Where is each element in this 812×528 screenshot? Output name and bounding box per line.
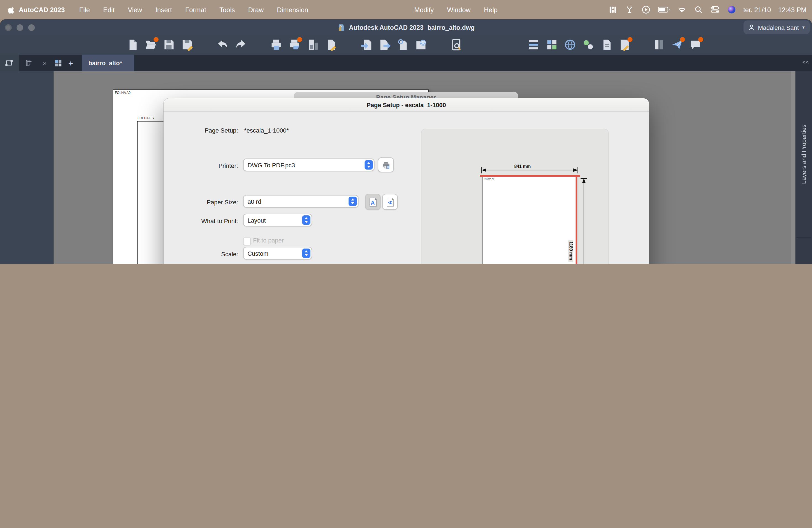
apple-menu-icon[interactable] xyxy=(8,5,15,14)
paper-size-select[interactable]: a0 rd xyxy=(243,195,359,208)
printer-label: Printer: xyxy=(183,162,238,169)
drawing-tab-bar: » + bairro_alto* << xyxy=(0,55,812,71)
menu-draw[interactable]: Draw xyxy=(248,6,263,14)
inner-sheet-title-label: FOLHA ES xyxy=(137,117,154,120)
save-web-icon[interactable] xyxy=(415,39,427,51)
scale-select[interactable]: Custom xyxy=(243,247,312,260)
menu-time[interactable]: 12:43 PM xyxy=(778,6,807,14)
attach-icon[interactable] xyxy=(396,39,409,51)
preview-page: FOLHA A0 ESCALA 1:1000 xyxy=(482,176,577,264)
collapse-panels-button[interactable]: << xyxy=(802,59,809,65)
page-setup-dialog: Page Setup - escala_1-1000 Page Setup: *… xyxy=(163,98,649,264)
preview-sheet-label: FOLHA A0 xyxy=(484,177,494,180)
what-to-print-select[interactable]: Layout xyxy=(243,214,312,226)
menu-dimension[interactable]: Dimension xyxy=(277,6,308,14)
print-preview-icon[interactable] xyxy=(288,39,301,51)
menu-app-name[interactable]: AutoCAD 2023 xyxy=(19,6,65,14)
landscape-orientation-button[interactable]: A xyxy=(382,194,398,210)
wifi-icon[interactable] xyxy=(677,5,686,14)
menu-insert[interactable]: Insert xyxy=(155,6,172,14)
height-dimension-label: 1189 mm xyxy=(568,240,574,262)
what-to-print-stepper-icon xyxy=(302,216,310,225)
tab-overflow-button[interactable]: » xyxy=(38,60,52,66)
app-switcher-icon[interactable] xyxy=(608,5,617,14)
width-dimension-label: 841 mm xyxy=(512,164,533,169)
menu-view[interactable]: View xyxy=(128,6,142,14)
what-to-print-value: Layout xyxy=(247,217,266,223)
sheet-set-icon[interactable] xyxy=(600,39,613,51)
page-setup-value: *escala_1-1000* xyxy=(244,127,289,134)
menu-window[interactable]: Window xyxy=(447,6,470,14)
search-icon[interactable] xyxy=(694,5,703,14)
printer-select[interactable]: DWG To PDF.pc3 xyxy=(243,159,375,171)
undo-icon[interactable] xyxy=(217,39,229,51)
page-setup-label: Page Setup: xyxy=(175,127,238,134)
new-file-icon[interactable] xyxy=(127,39,139,51)
canvas-scrollbar-strip[interactable] xyxy=(791,71,795,264)
notification-badge xyxy=(698,37,703,42)
open-file-icon[interactable] xyxy=(145,39,157,51)
scale-value: Custom xyxy=(247,250,269,256)
save-icon[interactable] xyxy=(163,39,175,51)
model-view-tab[interactable] xyxy=(19,55,38,71)
layers-icon[interactable] xyxy=(527,39,540,51)
print-icon[interactable] xyxy=(270,39,282,51)
export-icon[interactable] xyxy=(378,39,391,51)
menu-edit[interactable]: Edit xyxy=(103,6,114,14)
feedback-icon[interactable] xyxy=(690,39,701,51)
screen: AutoCAD 2023 File Edit View Insert Forma… xyxy=(0,0,812,264)
menu-date[interactable]: ter. 21/10 xyxy=(743,6,771,14)
user-name: Madalena Sant xyxy=(758,24,799,31)
redo-icon[interactable] xyxy=(235,39,247,51)
window-app-title: Autodesk AutoCAD 2023 xyxy=(349,24,423,31)
plot-setup-icon[interactable] xyxy=(307,39,319,51)
stag-icon[interactable] xyxy=(624,5,634,14)
publish-icon[interactable] xyxy=(325,39,337,51)
tool-palette-icon[interactable] xyxy=(546,39,558,51)
paper-size-value: a0 rd xyxy=(247,198,261,205)
menu-tools[interactable]: Tools xyxy=(219,6,235,14)
plot-area-top-line xyxy=(480,175,580,177)
design-center-icon[interactable] xyxy=(582,39,594,51)
fit-to-paper-checkbox[interactable] xyxy=(243,237,251,245)
siri-icon[interactable] xyxy=(727,5,736,14)
minimize-window-button[interactable] xyxy=(17,24,23,31)
doc-tab-bairro-alto[interactable]: bairro_alto* xyxy=(82,55,134,71)
doc-magnifier-icon[interactable] xyxy=(450,39,462,51)
share-icon[interactable] xyxy=(671,39,683,51)
macos-menu-bar: AutoCAD 2023 File Edit View Insert Forma… xyxy=(0,0,812,19)
notification-badge xyxy=(627,37,633,42)
markup-icon[interactable] xyxy=(619,39,631,51)
new-drawing-tab-button[interactable]: + xyxy=(64,58,77,68)
tab-reference-manager[interactable]: Reference Manager xyxy=(795,240,812,264)
menu-modify[interactable]: Modify xyxy=(414,6,434,14)
columns-icon[interactable] xyxy=(653,39,665,51)
menu-file[interactable]: File xyxy=(79,6,90,14)
layout-view-tab[interactable] xyxy=(0,55,19,71)
battery-icon[interactable] xyxy=(657,5,670,14)
menu-help[interactable]: Help xyxy=(484,6,497,14)
user-account-chip[interactable]: Madalena Sant ▼ xyxy=(743,20,810,34)
printer-stepper-icon xyxy=(365,160,373,170)
import-icon[interactable] xyxy=(360,39,372,51)
notification-badge xyxy=(154,37,159,42)
autocad-window: Autodesk AutoCAD 2023 bairro_alto.dwg Ma… xyxy=(0,19,812,264)
printer-properties-button[interactable] xyxy=(378,157,394,172)
scale-label: Scale: xyxy=(183,251,238,258)
notification-badge xyxy=(297,37,302,42)
plot-area-right-line xyxy=(576,175,577,264)
menu-format[interactable]: Format xyxy=(185,6,206,14)
zoom-window-button[interactable] xyxy=(28,24,35,31)
portrait-orientation-button[interactable]: A xyxy=(365,194,381,210)
close-window-button[interactable] xyxy=(5,24,12,31)
plot-preview-panel: FOLHA A0 ESCALA 1:1000 841 mm xyxy=(421,129,609,264)
save-as-icon[interactable] xyxy=(181,39,193,51)
svg-text:A: A xyxy=(371,200,374,205)
autocad-doc-icon xyxy=(337,24,345,31)
tab-layers-and-properties[interactable]: Layers and Properties xyxy=(795,102,812,207)
control-center-icon[interactable] xyxy=(710,5,720,14)
play-circle-icon[interactable] xyxy=(641,5,650,14)
what-to-print-label: What to Print: xyxy=(175,218,238,224)
tab-grid-icon[interactable] xyxy=(52,59,64,67)
web-update-icon[interactable] xyxy=(564,39,576,51)
